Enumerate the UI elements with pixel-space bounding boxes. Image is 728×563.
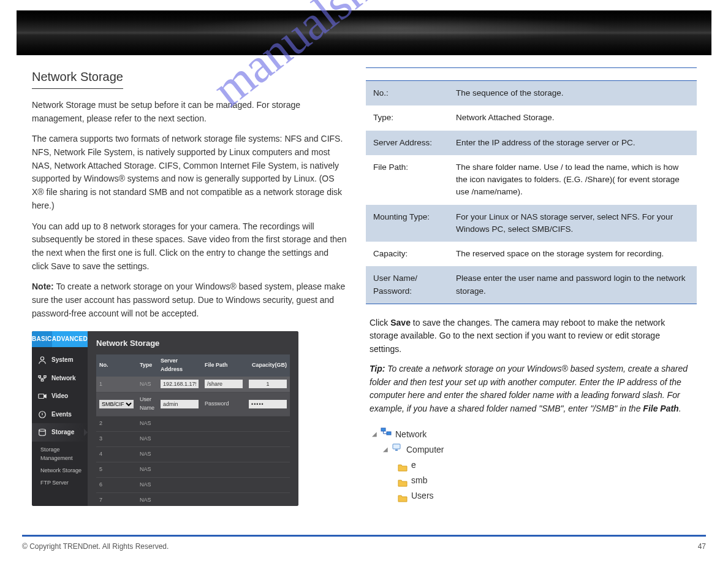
table-row[interactable]: 7NAS	[96, 492, 290, 506]
footer-copyright: © Copyright TRENDnet. All Rights Reserve…	[22, 542, 169, 551]
password-input[interactable]	[249, 400, 287, 408]
nav-storage[interactable]: Storage	[32, 423, 88, 442]
svg-rect-4	[39, 394, 44, 399]
left-column: Network Storage Network Storage must be …	[17, 67, 347, 506]
svg-rect-8	[387, 432, 391, 435]
table-row[interactable]: 2NAS	[96, 416, 290, 432]
footer-rule	[22, 535, 706, 537]
svg-rect-9	[393, 444, 400, 449]
svg-point-0	[40, 357, 44, 360]
nav-label: Events	[51, 410, 72, 419]
caret-icon: ◢	[372, 429, 377, 440]
cell-type: NAS	[137, 377, 157, 392]
parameter-table: No.:The sequence of the storage. Type:Ne…	[366, 67, 697, 304]
tree-label: smb	[411, 473, 427, 488]
nav-system[interactable]: System	[32, 351, 88, 369]
footer-page: 47	[698, 542, 706, 551]
nav-label: Network	[51, 373, 75, 383]
cell-no: 1	[96, 377, 137, 392]
tree-label: Network	[395, 427, 427, 442]
folder-tree: ◢ Network ◢ Computer e smb	[372, 427, 697, 504]
network-node-icon	[381, 427, 392, 442]
capacity-input[interactable]	[249, 380, 287, 388]
intro-p1: Network Storage must be setup before it …	[32, 99, 347, 125]
nav-label: Storage	[51, 427, 74, 437]
table-row[interactable]: 5NAS	[96, 462, 290, 477]
nav-label: System	[51, 355, 74, 365]
tab-basic[interactable]: BASIC	[32, 331, 52, 347]
tree-computer[interactable]: ◢ Computer	[383, 442, 697, 458]
param-row: No.:The sequence of the storage.	[366, 81, 697, 106]
footer: © Copyright TRENDnet. All Rights Reserve…	[22, 542, 706, 551]
folder-icon	[398, 461, 408, 470]
param-row: Mounting Type:For your Linux or NAS stor…	[366, 205, 697, 242]
computer-icon	[392, 442, 403, 458]
nav-label: Video	[51, 391, 68, 401]
table-row[interactable]: 4NAS	[96, 447, 290, 462]
col-path: File Path	[202, 354, 246, 377]
embedded-ui-screenshot: BASIC ADVANCED System Network	[32, 331, 298, 506]
nav-video[interactable]: Video	[32, 387, 88, 405]
post-note: Click Save to save the changes. The came…	[366, 316, 697, 416]
nav-events[interactable]: Events	[32, 405, 88, 424]
video-icon	[38, 392, 47, 400]
subnav-sm[interactable]: Storage Management	[40, 444, 85, 465]
svg-rect-1	[39, 375, 41, 377]
tree-folder[interactable]: Users	[398, 488, 697, 504]
tree-label: Computer	[406, 442, 444, 458]
col-addr: Server Address	[157, 354, 202, 377]
note-body: To create a network storage on your Wind…	[32, 282, 345, 318]
svg-rect-10	[395, 450, 398, 451]
svg-rect-3	[41, 379, 44, 381]
ui-sidebar: BASIC ADVANCED System Network	[32, 331, 88, 506]
svg-rect-7	[381, 428, 385, 431]
nav-storage-sub: Storage Management Network Storage FTP S…	[32, 442, 88, 492]
file-path-input[interactable]	[205, 380, 243, 388]
intro-p3: You can add up to 8 network storages for…	[32, 220, 347, 274]
col-type: Type	[137, 354, 157, 377]
table-row-credentials: SMB/CIFS User Name Password	[96, 393, 290, 416]
tab-advanced[interactable]: ADVANCED	[52, 331, 88, 347]
events-icon	[38, 410, 47, 419]
right-column: No.:The sequence of the storage. Type:Ne…	[366, 67, 697, 506]
col-no: No.	[96, 354, 137, 377]
param-row: Server Address:Enter the IP address of t…	[366, 131, 697, 155]
mount-type-select[interactable]: SMB/CIFS	[99, 400, 134, 408]
tree-label: Users	[411, 488, 434, 504]
subnav-ns[interactable]: Network Storage	[40, 465, 85, 477]
folder-icon	[398, 477, 408, 485]
table-row[interactable]: 3NAS	[96, 432, 290, 447]
username-input[interactable]	[161, 400, 199, 408]
tree-label: e	[411, 458, 416, 473]
tree-network[interactable]: ◢ Network	[372, 427, 697, 442]
top-banner	[17, 10, 711, 55]
svg-rect-2	[44, 375, 47, 377]
param-row: User Name/ Password:Please enter the use…	[366, 266, 697, 304]
panel-title: Network Storage	[96, 337, 290, 350]
tree-folder[interactable]: e	[398, 458, 697, 473]
server-address-input[interactable]	[161, 380, 199, 388]
caret-icon: ◢	[383, 444, 388, 455]
section-title: Network Storage	[32, 67, 123, 89]
storage-icon	[38, 428, 47, 437]
param-row: File Path:The share folder name. Use / t…	[366, 155, 697, 205]
network-icon	[38, 374, 47, 383]
table-row[interactable]: 6NAS	[96, 477, 290, 492]
param-row: Type:Network Attached Storage.	[366, 105, 697, 130]
system-icon	[38, 356, 47, 364]
note-title: Note:	[32, 282, 54, 291]
pass-label: Password	[202, 393, 246, 416]
folder-icon	[398, 492, 408, 500]
ui-main-panel: Network Storage No. Type Server Address …	[88, 331, 298, 506]
user-label: User Name	[137, 393, 157, 416]
subnav-ftp[interactable]: FTP Server	[40, 477, 85, 489]
col-cap: Capacity(GB)	[246, 354, 290, 377]
param-row: Capacity:The reserved space on the stora…	[366, 242, 697, 266]
intro-note: Note: To create a network storage on you…	[32, 280, 347, 320]
network-storage-table: No. Type Server Address File Path Capaci…	[96, 354, 290, 506]
intro-p2: The camera supports two formats of netwo…	[32, 132, 347, 212]
nav-network[interactable]: Network	[32, 369, 88, 388]
tree-folder[interactable]: smb	[398, 473, 697, 488]
table-row[interactable]: 1 NAS	[96, 377, 290, 392]
svg-point-6	[39, 429, 46, 432]
